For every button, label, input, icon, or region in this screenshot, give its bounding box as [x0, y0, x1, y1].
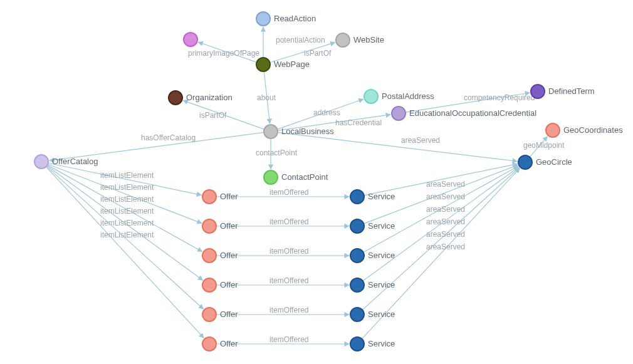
node-label-GeoCoordinates: GeoCoordinates [563, 125, 623, 135]
edge-label: isPartOf [199, 111, 227, 120]
node-GeoCircle[interactable] [518, 155, 532, 169]
edge-label: itemOffered [269, 276, 308, 285]
node-Offer5[interactable] [202, 308, 216, 321]
edge-label: itemOffered [269, 335, 308, 344]
edge-label: areaServed [426, 192, 465, 201]
edge-label: isPartOf [304, 49, 332, 58]
node-label-Service3: Service [368, 251, 395, 260]
node-PostalAddress[interactable] [364, 90, 378, 103]
edge-itemListElement [46, 167, 204, 338]
edge-label: geoMidpoint [523, 141, 565, 150]
node-WebSite[interactable] [336, 33, 350, 47]
edge-label: areaServed [426, 230, 465, 239]
node-label-GeoCircle: GeoCircle [536, 157, 572, 167]
edge-label: hasCredential [335, 118, 382, 127]
node-label-Service5: Service [368, 309, 395, 319]
node-label-WebPage: WebPage [274, 60, 310, 69]
node-label-Offer6: Offer [220, 339, 238, 348]
node-label-DefinedTerm: DefinedTerm [548, 86, 595, 96]
node-Offer3[interactable] [202, 249, 216, 263]
edge-label: itemListElement [100, 219, 154, 227]
edge-label: itemOffered [269, 217, 308, 226]
node-label-Organization: Organization [186, 93, 233, 102]
edge-label: address [313, 108, 340, 117]
edge-areaServed [278, 132, 517, 161]
node-label-LocalBusiness: LocalBusiness [281, 127, 334, 136]
node-Service6[interactable] [350, 337, 364, 351]
edge-label: itemOffered [269, 306, 308, 315]
node-Offer6[interactable] [202, 337, 216, 351]
node-DefinedTerm[interactable] [531, 85, 545, 98]
edge-label: areaServed [426, 180, 465, 189]
edge-label: areaServed [426, 242, 465, 251]
node-ReadAction[interactable] [256, 12, 270, 26]
node-Service1[interactable] [350, 190, 364, 204]
node-OfferCatalog[interactable] [34, 155, 48, 169]
edge-label: primaryImageOfPage [188, 49, 259, 58]
node-label-Offer3: Offer [220, 251, 238, 260]
node-primaryImage[interactable] [184, 33, 197, 46]
node-label-Offer2: Offer [220, 221, 238, 231]
node-label-Service1: Service [368, 192, 395, 201]
edge-label: itemListElement [100, 171, 154, 180]
node-Offer2[interactable] [202, 219, 216, 233]
edge-label: about [257, 93, 276, 102]
edge-label: itemListElement [100, 231, 154, 239]
node-Offer4[interactable] [202, 278, 216, 292]
node-label-Service6: Service [368, 339, 395, 348]
node-label-WebSite: WebSite [353, 35, 384, 44]
node-label-OfferCatalog: OfferCatalog [52, 157, 98, 166]
edge-label: itemListElement [100, 183, 154, 192]
node-Service3[interactable] [350, 249, 364, 263]
edge-label: competencyRequired [464, 93, 535, 102]
edge-label: itemOffered [269, 247, 308, 256]
edge-label: areaServed [426, 217, 465, 226]
edge-label: itemOffered [269, 188, 308, 197]
node-LocalBusiness[interactable] [264, 125, 278, 138]
edge-label: areaServed [401, 136, 440, 145]
edge-label: itemListElement [100, 207, 154, 216]
node-Organization[interactable] [169, 91, 182, 105]
node-label-Service4: Service [368, 280, 395, 289]
node-GeoCoordinates[interactable] [546, 123, 560, 137]
edge-label: potentialAction [276, 36, 325, 44]
node-Service4[interactable] [350, 278, 364, 292]
node-label-ReadAction: ReadAction [274, 14, 316, 23]
node-WebPage[interactable] [256, 58, 270, 71]
graph-canvas[interactable]: potentialActionprimaryImageOfPageisPartO… [0, 0, 633, 364]
node-Service2[interactable] [350, 219, 364, 233]
node-label-Service2: Service [368, 221, 395, 231]
node-EduCred[interactable] [392, 107, 405, 120]
node-label-EduCred: EducationalOccupationalCredential [409, 108, 536, 118]
node-ContactPoint[interactable] [264, 170, 278, 184]
node-label-Offer1: Offer [220, 192, 238, 201]
node-Service5[interactable] [350, 308, 364, 321]
edge-label: itemListElement [100, 195, 154, 204]
node-label-ContactPoint: ContactPoint [281, 172, 328, 182]
edge-label: areaServed [426, 205, 465, 214]
node-Offer1[interactable] [202, 190, 216, 204]
node-label-PostalAddress: PostalAddress [382, 91, 434, 101]
edge-label: hasOfferCatalog [141, 133, 196, 142]
edge-label: contactPoint [256, 148, 298, 157]
node-label-Offer4: Offer [220, 280, 238, 289]
node-label-Offer5: Offer [220, 309, 238, 319]
